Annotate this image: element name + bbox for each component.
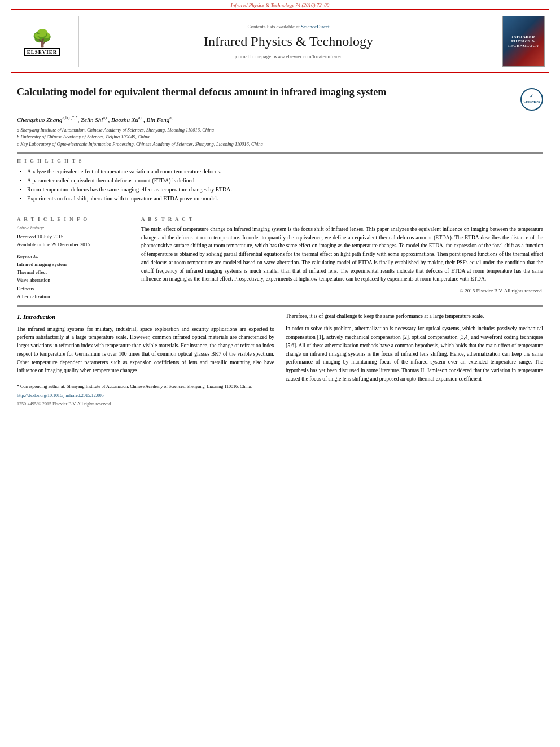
elsevier-logo: 🌳 ELSEVIER: [24, 28, 60, 55]
journal-center-info: Contents lists available at ScienceDirec…: [79, 16, 498, 67]
received-date: Received 10 July 2015: [17, 233, 130, 241]
highlights-label: H I G H L I G H T S: [17, 158, 543, 164]
keywords-list: Infrared imaging system Thermal effect W…: [17, 260, 130, 301]
right-para1: Therefore, it is of great challenge to k…: [286, 312, 543, 321]
author4-name: Bin Feng: [147, 116, 170, 123]
keyword-2: Thermal effect: [17, 268, 130, 276]
history-label: Article history:: [17, 225, 130, 230]
authors-line: Chengshuo Zhanga,b,c,*,*, Zelin Shia,c, …: [17, 115, 543, 123]
journal-homepage: journal homepage: www.elsevier.com/locat…: [235, 54, 343, 59]
journal-citation: Infrared Physics & Technology 74 (2016) …: [231, 2, 329, 8]
journal-title: Infrared Physics & Technology: [204, 34, 373, 49]
intro-heading: 1. Introduction: [17, 312, 274, 322]
highlights-list: Analyze the equivalent effect of tempera…: [17, 167, 543, 203]
top-citation-bar: Infrared Physics & Technology 74 (2016) …: [0, 0, 560, 9]
keyword-1: Infrared imaging system: [17, 260, 130, 268]
abstract-column: A B S T R A C T The main effect of tempe…: [141, 213, 543, 301]
author2-sup: a,c: [103, 115, 108, 120]
journal-header: 🌳 ELSEVIER Contents lists available at S…: [11, 9, 549, 73]
author3-sup: a,c: [138, 115, 143, 120]
tree-icon: 🌳: [24, 28, 60, 48]
right-para2: In order to solve this problem, athermal…: [286, 325, 543, 383]
elsevier-logo-area: 🌳 ELSEVIER: [11, 16, 79, 67]
crossmark-icon: ✓CrossMark: [523, 94, 540, 104]
body-content: 1. Introduction The infrared imaging sys…: [17, 312, 543, 408]
sciencedirect-link-line: Contents lists available at ScienceDirec…: [248, 24, 330, 29]
affiliations: a Shenyang Institute of Automation, Chin…: [17, 126, 543, 148]
body-left-column: 1. Introduction The infrared imaging sys…: [17, 312, 274, 408]
article-info-column: A R T I C L E I N F O Article history: R…: [17, 213, 130, 301]
main-content: Calculating model for equivalent thermal…: [0, 73, 560, 413]
affiliation-a: a Shenyang Institute of Automation, Chin…: [17, 126, 543, 134]
copyright-line: © 2015 Elsevier B.V. All rights reserved…: [141, 288, 543, 294]
article-info-label: A R T I C L E I N F O: [17, 216, 130, 222]
abstract-label: A B S T R A C T: [141, 216, 543, 222]
article-history: Received 10 July 2015 Available online 2…: [17, 233, 130, 249]
crossmark-badge[interactable]: ✓CrossMark: [520, 88, 543, 111]
contents-text: Contents lists available at: [248, 24, 300, 29]
section-divider-2: [17, 208, 543, 208]
keywords-label: Keywords:: [17, 254, 130, 259]
footnote-section: * Corresponding author at: Shenyang Inst…: [17, 381, 274, 408]
journal-cover-thumbnail: INFRARED PHYSICS & TECHNOLOGY: [502, 16, 545, 67]
affiliation-c: c Key Laboratory of Opto-electronic Info…: [17, 141, 543, 148]
highlight-item-4: Experiments on focal shift, aberration w…: [27, 194, 543, 203]
keyword-3: Wave aberration: [17, 276, 130, 284]
keyword-4: Defocus: [17, 285, 130, 292]
section-divider-3: [17, 305, 543, 307]
section-divider-1: [17, 152, 543, 154]
author1-sup: a,b,c,*,*: [62, 115, 77, 120]
corresponding-author: * Corresponding author at: Shenyang Inst…: [17, 383, 274, 390]
intro-para1: The infrared imaging systems for militar…: [17, 325, 274, 375]
affiliation-b: b University of Chinese Academy of Scien…: [17, 133, 543, 141]
author1-name: Chengshuo Zhang: [17, 116, 62, 123]
sciencedirect-link[interactable]: ScienceDirect: [301, 24, 329, 29]
highlight-item-3: Room-temperature defocus has the same im…: [27, 185, 543, 194]
author4-sup: a,c: [169, 115, 174, 120]
homepage-text: journal homepage: www.elsevier.com/locat…: [235, 54, 343, 59]
doi-link[interactable]: http://dx.doi.org/10.1016/j.infrared.201…: [17, 392, 274, 399]
article-title-text: Calculating model for equivalent thermal…: [17, 86, 515, 99]
elsevier-text: ELSEVIER: [24, 48, 60, 56]
abstract-text: The main effect of temperature change on…: [141, 225, 543, 283]
body-right-column: Therefore, it is of great challenge to k…: [286, 312, 543, 408]
doi-anchor[interactable]: http://dx.doi.org/10.1016/j.infrared.201…: [17, 393, 104, 398]
copyright-footer: 1350-4495/© 2015 Elsevier B.V. All right…: [17, 401, 274, 408]
article-title-row: Calculating model for equivalent thermal…: [17, 86, 543, 111]
article-info-abstract-section: A R T I C L E I N F O Article history: R…: [17, 213, 543, 301]
author2-name: Zelin Shi: [81, 116, 103, 123]
author3-name: Baoshu Xu: [111, 116, 138, 123]
highlight-item-1: Analyze the equivalent effect of tempera…: [27, 167, 543, 176]
keyword-5: Athermalization: [17, 292, 130, 300]
keywords-section: Keywords: Infrared imaging system Therma…: [17, 254, 130, 301]
cover-label: INFRARED PHYSICS & TECHNOLOGY: [505, 34, 542, 48]
available-date: Available online 29 December 2015: [17, 241, 130, 248]
highlight-item-2: A parameter called equivalent thermal de…: [27, 176, 543, 185]
journal-cover-area: INFRARED PHYSICS & TECHNOLOGY: [498, 16, 549, 67]
